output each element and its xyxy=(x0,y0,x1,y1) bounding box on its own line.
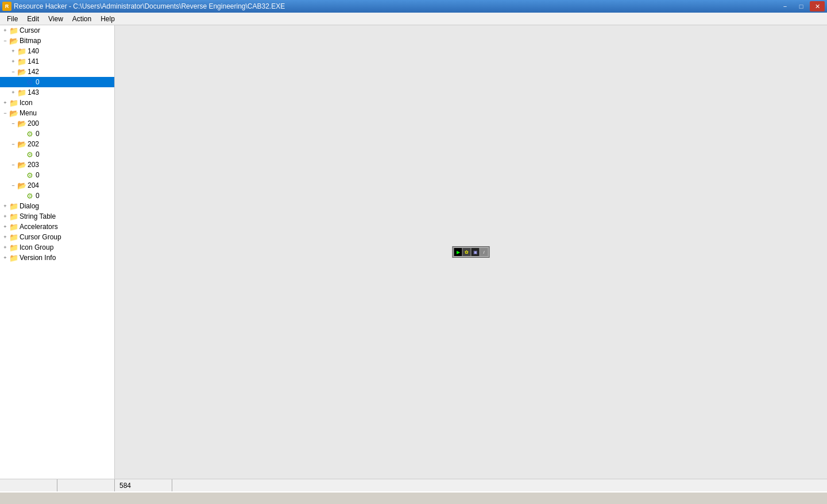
folder-closed-icon: 📁 xyxy=(17,88,26,97)
tree-node-accelerators[interactable]: +📁Accelerators xyxy=(0,222,114,232)
folder-closed-icon: 📁 xyxy=(9,26,18,35)
tree-label-dialog: Dialog xyxy=(20,202,39,210)
status-segment-3: 584 xyxy=(115,479,172,491)
tree-node-version-info[interactable]: +📁Version Info xyxy=(0,253,114,263)
tree-node-142[interactable]: −📂142 xyxy=(0,67,114,77)
menu-item-view[interactable]: View xyxy=(44,13,68,25)
expand-btn-142[interactable]: − xyxy=(9,68,17,76)
expand-btn-cursor[interactable]: + xyxy=(1,26,9,34)
expand-btn-200-0[interactable] xyxy=(17,130,25,138)
folder-open-icon: 📂 xyxy=(9,37,18,45)
content-area: ▶ ✿ ▣ / xyxy=(115,25,827,479)
tree-node-202-0[interactable]: ⚙0 xyxy=(0,149,114,160)
expand-btn-143[interactable]: + xyxy=(9,88,17,96)
expand-btn-204[interactable]: − xyxy=(9,181,17,189)
tree-node-203-0[interactable]: ⚙0 xyxy=(0,170,114,180)
tree-node-203[interactable]: −📂203 xyxy=(0,160,114,170)
expand-btn-icon-group[interactable]: + xyxy=(1,243,9,251)
tree-node-icon[interactable]: +📁Icon xyxy=(0,98,114,108)
tree-node-string-table[interactable]: +📁String Table xyxy=(0,211,114,222)
tree-label-cursor-group: Cursor Group xyxy=(20,233,61,241)
statusbar: 584 xyxy=(0,479,827,491)
sidebar-tree[interactable]: +📁Cursor−📂Bitmap+📁140+📁141−📂142⚙0+📁143+📁… xyxy=(0,25,115,479)
folder-closed-icon: 📁 xyxy=(9,202,18,211)
tree-node-cursor[interactable]: +📁Cursor xyxy=(0,25,114,36)
gear-icon: ⚙ xyxy=(26,192,33,200)
gear-icon: ⚙ xyxy=(26,171,33,180)
tree-label-string-table: String Table xyxy=(20,212,56,220)
folder-closed-icon: 📁 xyxy=(9,233,18,242)
tree-node-204[interactable]: −📂204 xyxy=(0,180,114,191)
tree-node-menu[interactable]: −📂Menu xyxy=(0,108,114,118)
status-segment-1 xyxy=(0,479,57,491)
titlebar: R Resource Hacker - C:\Users\Administrat… xyxy=(0,0,827,13)
menu-item-action[interactable]: Action xyxy=(68,13,96,25)
gear-blue-icon: ⚙ xyxy=(26,78,33,87)
status-segment-2 xyxy=(57,479,115,491)
tree-label-icon-group: Icon Group xyxy=(20,243,53,251)
taskbar xyxy=(0,491,827,504)
titlebar-left: R Resource Hacker - C:\Users\Administrat… xyxy=(2,2,285,11)
expand-btn-141[interactable]: + xyxy=(9,57,17,65)
tree-label-200: 200 xyxy=(28,119,39,127)
tree-label-204: 204 xyxy=(28,181,39,189)
folder-open-icon: 📂 xyxy=(17,119,26,128)
expand-btn-dialog[interactable]: + xyxy=(1,202,9,210)
tree-node-202[interactable]: −📂202 xyxy=(0,139,114,149)
gear-icon: ⚙ xyxy=(26,130,33,138)
expand-btn-200[interactable]: − xyxy=(9,119,17,127)
app-icon: R xyxy=(2,2,11,11)
expand-btn-203-0[interactable] xyxy=(17,171,25,179)
expand-btn-bitmap[interactable]: − xyxy=(1,37,9,45)
expand-btn-string-table[interactable]: + xyxy=(1,212,9,220)
tree-label-204-0: 0 xyxy=(36,192,40,200)
folder-closed-icon: 📁 xyxy=(9,212,18,221)
gear-icon: ⚙ xyxy=(26,150,33,159)
expand-btn-204-0[interactable] xyxy=(17,192,25,200)
titlebar-controls: − □ ✕ xyxy=(778,1,825,11)
tree-label-cursor: Cursor xyxy=(20,26,40,34)
tree-node-141[interactable]: +📁141 xyxy=(0,56,114,67)
tree-node-bitmap[interactable]: −📂Bitmap xyxy=(0,36,114,46)
menu-item-edit[interactable]: Edit xyxy=(22,13,44,25)
expand-btn-menu[interactable]: − xyxy=(1,109,9,117)
tree-node-142-0[interactable]: ⚙0 xyxy=(0,77,114,87)
folder-open-icon: 📂 xyxy=(17,181,26,190)
tree-label-version-info: Version Info xyxy=(20,254,56,262)
menu-item-file[interactable]: File xyxy=(2,13,22,25)
folder-open-icon: 📂 xyxy=(17,161,26,169)
menu-item-help[interactable]: Help xyxy=(96,13,119,25)
tree-node-143[interactable]: +📁143 xyxy=(0,87,114,98)
tree-label-140: 140 xyxy=(28,47,39,55)
folder-closed-icon: 📁 xyxy=(9,254,18,262)
folder-open-icon: 📂 xyxy=(17,68,26,76)
folder-open-icon: 📂 xyxy=(17,140,26,149)
tree-label-menu: Menu xyxy=(20,109,37,117)
tree-node-140[interactable]: +📁140 xyxy=(0,46,114,56)
folder-closed-icon: 📁 xyxy=(9,99,18,107)
tree-node-200[interactable]: −📂200 xyxy=(0,118,114,129)
tree-label-icon: Icon xyxy=(20,99,33,107)
expand-btn-202[interactable]: − xyxy=(9,140,17,148)
window-title: Resource Hacker - C:\Users\Administrator… xyxy=(14,2,285,10)
minimize-button[interactable]: − xyxy=(778,1,793,11)
maximize-button[interactable]: □ xyxy=(794,1,809,11)
tree-node-204-0[interactable]: ⚙0 xyxy=(0,191,114,201)
expand-btn-version-info[interactable]: + xyxy=(1,254,9,262)
tree-label-202: 202 xyxy=(28,140,39,148)
main-layout: +📁Cursor−📂Bitmap+📁140+📁141−📂142⚙0+📁143+📁… xyxy=(0,25,827,479)
tree-label-142-0: 0 xyxy=(36,78,40,86)
close-button[interactable]: ✕ xyxy=(810,1,825,11)
expand-btn-cursor-group[interactable]: + xyxy=(1,233,9,241)
expand-btn-140[interactable]: + xyxy=(9,47,17,55)
tree-node-cursor-group[interactable]: +📁Cursor Group xyxy=(0,232,114,242)
tree-node-icon-group[interactable]: +📁Icon Group xyxy=(0,242,114,253)
folder-closed-icon: 📁 xyxy=(17,57,26,66)
expand-btn-203[interactable]: − xyxy=(9,161,17,169)
expand-btn-accelerators[interactable]: + xyxy=(1,223,9,231)
tree-node-dialog[interactable]: +📁Dialog xyxy=(0,201,114,211)
tree-node-200-0[interactable]: ⚙0 xyxy=(0,129,114,139)
expand-btn-202-0[interactable] xyxy=(17,150,25,158)
expand-btn-142-0[interactable] xyxy=(17,78,25,86)
expand-btn-icon[interactable]: + xyxy=(1,99,9,107)
